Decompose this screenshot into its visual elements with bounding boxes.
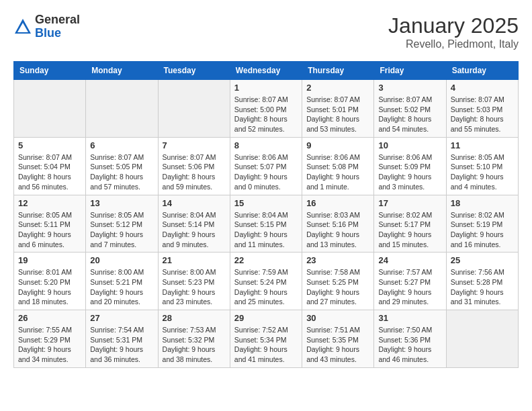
day-info: Sunrise: 7:57 AM Sunset: 5:27 PM Dayligh… [378, 267, 441, 307]
day-number: 24 [378, 255, 441, 265]
day-info: Sunrise: 7:55 AM Sunset: 5:29 PM Dayligh… [18, 325, 81, 365]
calendar-cell: 25Sunrise: 7:56 AM Sunset: 5:28 PM Dayli… [446, 253, 518, 310]
logo-icon [13, 17, 32, 36]
calendar-cell: 2Sunrise: 8:07 AM Sunset: 5:01 PM Daylig… [302, 80, 374, 138]
calendar-week-row: 19Sunrise: 8:01 AM Sunset: 5:20 PM Dayli… [14, 253, 519, 310]
day-number: 29 [234, 313, 298, 323]
day-info: Sunrise: 7:58 AM Sunset: 5:25 PM Dayligh… [306, 267, 369, 307]
calendar-cell: 14Sunrise: 8:04 AM Sunset: 5:14 PM Dayli… [158, 195, 230, 253]
calendar-week-row: 5Sunrise: 8:07 AM Sunset: 5:04 PM Daylig… [14, 137, 519, 195]
logo-general-text: General [35, 13, 80, 26]
day-info: Sunrise: 8:02 AM Sunset: 5:19 PM Dayligh… [451, 210, 514, 250]
day-info: Sunrise: 7:50 AM Sunset: 5:36 PM Dayligh… [378, 325, 441, 365]
weekday-header: Sunday [14, 62, 86, 80]
day-number: 7 [163, 140, 226, 150]
calendar-cell: 8Sunrise: 8:06 AM Sunset: 5:07 PM Daylig… [230, 137, 302, 195]
calendar-cell: 4Sunrise: 8:07 AM Sunset: 5:03 PM Daylig… [446, 80, 518, 138]
calendar-cell: 17Sunrise: 8:02 AM Sunset: 5:17 PM Dayli… [374, 195, 446, 253]
day-number: 22 [234, 255, 298, 265]
day-info: Sunrise: 8:07 AM Sunset: 5:04 PM Dayligh… [18, 152, 81, 192]
day-info: Sunrise: 7:56 AM Sunset: 5:28 PM Dayligh… [451, 267, 514, 307]
day-number: 19 [18, 255, 81, 265]
calendar-cell: 5Sunrise: 8:07 AM Sunset: 5:04 PM Daylig… [14, 137, 86, 195]
calendar-title: January 2025 [388, 13, 519, 38]
day-number: 21 [163, 255, 226, 265]
weekday-header: Friday [374, 62, 446, 80]
day-info: Sunrise: 8:07 AM Sunset: 5:03 PM Dayligh… [451, 95, 514, 134]
day-info: Sunrise: 8:07 AM Sunset: 5:01 PM Dayligh… [306, 95, 369, 134]
calendar-cell: 9Sunrise: 8:06 AM Sunset: 5:08 PM Daylig… [302, 137, 374, 195]
day-number: 18 [451, 198, 514, 208]
calendar-table: SundayMondayTuesdayWednesdayThursdayFrid… [13, 61, 519, 368]
calendar-cell [158, 80, 230, 138]
calendar-cell: 27Sunrise: 7:54 AM Sunset: 5:31 PM Dayli… [86, 310, 158, 368]
calendar-cell: 23Sunrise: 7:58 AM Sunset: 5:25 PM Dayli… [302, 253, 374, 310]
day-number: 9 [306, 140, 369, 150]
day-number: 16 [306, 198, 369, 208]
day-number: 10 [378, 140, 441, 150]
day-number: 15 [234, 198, 298, 208]
calendar-cell: 28Sunrise: 7:53 AM Sunset: 5:32 PM Dayli… [158, 310, 230, 368]
day-number: 28 [163, 313, 226, 323]
day-number: 14 [163, 198, 226, 208]
calendar-cell: 13Sunrise: 8:05 AM Sunset: 5:12 PM Dayli… [86, 195, 158, 253]
day-info: Sunrise: 8:01 AM Sunset: 5:20 PM Dayligh… [18, 267, 81, 307]
weekday-header: Tuesday [158, 62, 230, 80]
day-info: Sunrise: 8:03 AM Sunset: 5:16 PM Dayligh… [306, 210, 369, 250]
weekday-header: Wednesday [230, 62, 302, 80]
calendar-cell: 20Sunrise: 8:00 AM Sunset: 5:21 PM Dayli… [86, 253, 158, 310]
calendar-cell: 31Sunrise: 7:50 AM Sunset: 5:36 PM Dayli… [374, 310, 446, 368]
day-info: Sunrise: 8:06 AM Sunset: 5:08 PM Dayligh… [306, 152, 369, 192]
calendar-cell: 11Sunrise: 8:05 AM Sunset: 5:10 PM Dayli… [446, 137, 518, 195]
title-area: January 2025 Revello, Piedmont, Italy [388, 13, 519, 50]
day-number: 6 [90, 140, 153, 150]
day-info: Sunrise: 8:00 AM Sunset: 5:21 PM Dayligh… [90, 267, 153, 307]
calendar-subtitle: Revello, Piedmont, Italy [388, 38, 519, 50]
calendar-cell: 30Sunrise: 7:51 AM Sunset: 5:35 PM Dayli… [302, 310, 374, 368]
day-number: 1 [234, 83, 298, 93]
calendar-cell: 21Sunrise: 8:00 AM Sunset: 5:23 PM Dayli… [158, 253, 230, 310]
day-info: Sunrise: 7:53 AM Sunset: 5:32 PM Dayligh… [163, 325, 226, 365]
calendar-week-row: 1Sunrise: 8:07 AM Sunset: 5:00 PM Daylig… [14, 80, 519, 138]
day-number: 30 [306, 313, 369, 323]
calendar-cell: 22Sunrise: 7:59 AM Sunset: 5:24 PM Dayli… [230, 253, 302, 310]
logo: General Blue [13, 13, 80, 40]
calendar-cell: 18Sunrise: 8:02 AM Sunset: 5:19 PM Dayli… [446, 195, 518, 253]
calendar-cell: 7Sunrise: 8:07 AM Sunset: 5:06 PM Daylig… [158, 137, 230, 195]
day-info: Sunrise: 8:04 AM Sunset: 5:14 PM Dayligh… [163, 210, 226, 250]
calendar-cell [86, 80, 158, 138]
calendar-cell: 19Sunrise: 8:01 AM Sunset: 5:20 PM Dayli… [14, 253, 86, 310]
day-info: Sunrise: 7:59 AM Sunset: 5:24 PM Dayligh… [234, 267, 298, 307]
calendar-cell [446, 310, 518, 368]
calendar-cell: 15Sunrise: 8:04 AM Sunset: 5:15 PM Dayli… [230, 195, 302, 253]
logo-blue-text: Blue [35, 26, 61, 40]
calendar-cell: 26Sunrise: 7:55 AM Sunset: 5:29 PM Dayli… [14, 310, 86, 368]
day-number: 4 [451, 83, 514, 93]
day-info: Sunrise: 8:05 AM Sunset: 5:12 PM Dayligh… [90, 210, 153, 250]
weekday-header: Saturday [446, 62, 518, 80]
day-number: 17 [378, 198, 441, 208]
calendar-week-row: 26Sunrise: 7:55 AM Sunset: 5:29 PM Dayli… [14, 310, 519, 368]
day-number: 26 [18, 313, 81, 323]
day-info: Sunrise: 8:07 AM Sunset: 5:05 PM Dayligh… [90, 152, 153, 192]
day-info: Sunrise: 8:07 AM Sunset: 5:02 PM Dayligh… [378, 95, 441, 134]
header-row: SundayMondayTuesdayWednesdayThursdayFrid… [14, 62, 519, 80]
day-number: 27 [90, 313, 153, 323]
day-number: 11 [451, 140, 514, 150]
weekday-header: Monday [86, 62, 158, 80]
calendar-cell: 1Sunrise: 8:07 AM Sunset: 5:00 PM Daylig… [230, 80, 302, 138]
day-number: 3 [378, 83, 441, 93]
calendar-cell: 12Sunrise: 8:05 AM Sunset: 5:11 PM Dayli… [14, 195, 86, 253]
day-number: 12 [18, 198, 81, 208]
day-info: Sunrise: 8:05 AM Sunset: 5:10 PM Dayligh… [451, 152, 514, 192]
day-number: 5 [18, 140, 81, 150]
day-info: Sunrise: 8:00 AM Sunset: 5:23 PM Dayligh… [163, 267, 226, 307]
day-number: 31 [378, 313, 441, 323]
day-info: Sunrise: 8:04 AM Sunset: 5:15 PM Dayligh… [234, 210, 298, 250]
day-number: 20 [90, 255, 153, 265]
day-info: Sunrise: 8:06 AM Sunset: 5:09 PM Dayligh… [378, 152, 441, 192]
calendar-cell: 3Sunrise: 8:07 AM Sunset: 5:02 PM Daylig… [374, 80, 446, 138]
day-info: Sunrise: 8:06 AM Sunset: 5:07 PM Dayligh… [234, 152, 298, 192]
day-info: Sunrise: 7:52 AM Sunset: 5:34 PM Dayligh… [234, 325, 298, 365]
calendar-cell [14, 80, 86, 138]
